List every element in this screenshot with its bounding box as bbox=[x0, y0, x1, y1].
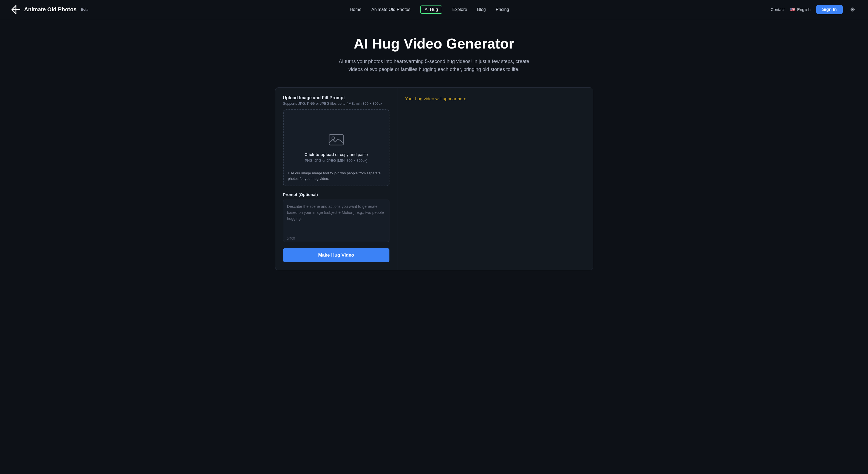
upload-click-strong: Click to upload bbox=[304, 152, 334, 157]
merge-note-prefix: Use our bbox=[288, 171, 301, 175]
tool-panel: Upload Image and Fill Prompt Supports JP… bbox=[275, 88, 593, 270]
signin-button[interactable]: Sign In bbox=[816, 5, 843, 14]
nav-explore[interactable]: Explore bbox=[452, 7, 467, 12]
upload-click-text: Click to upload or copy and paste bbox=[304, 152, 368, 157]
prompt-textarea[interactable] bbox=[283, 199, 390, 242]
prompt-label: Prompt (Optional) bbox=[283, 192, 390, 197]
flag-icon: 🇺🇸 bbox=[790, 7, 795, 12]
header-right: Contact 🇺🇸 English Sign In ☀ bbox=[771, 5, 857, 14]
prompt-textarea-wrapper: 0/400 bbox=[283, 199, 390, 243]
video-placeholder-text: Your hug video will appear here. bbox=[405, 96, 468, 101]
left-panel: Upload Image and Fill Prompt Supports JP… bbox=[275, 88, 397, 270]
upload-click-suffix: or copy and paste bbox=[334, 152, 368, 157]
upload-sublabel: Supports JPG, PNG or JPEG files up to 4M… bbox=[283, 101, 390, 105]
upload-label: Upload Image and Fill Prompt bbox=[283, 95, 390, 100]
logo-area[interactable]: Animate Old Photos Beta bbox=[11, 5, 88, 14]
logo-beta: Beta bbox=[81, 7, 88, 11]
char-count: 0/400 bbox=[287, 236, 295, 241]
main-nav: Home Animate Old Photos AI Hug Explore B… bbox=[350, 5, 509, 14]
svg-rect-5 bbox=[329, 135, 343, 145]
contact-link[interactable]: Contact bbox=[771, 7, 785, 12]
nav-pricing[interactable]: Pricing bbox=[496, 7, 509, 12]
svg-point-6 bbox=[332, 137, 335, 139]
logo-icon bbox=[11, 5, 21, 14]
upload-dropzone[interactable]: Click to upload or copy and paste PNG, J… bbox=[283, 109, 390, 186]
language-label: English bbox=[797, 7, 810, 12]
page-subtitle: AI turns your photos into heartwarming 5… bbox=[338, 58, 530, 74]
upload-format-text: PNG, JPG or JPEG (MIN. 300 × 300px) bbox=[305, 158, 368, 163]
upload-merge-note: Use our image merge tool to join two peo… bbox=[288, 170, 384, 181]
page-title: AI Hug Video Generator bbox=[275, 36, 593, 52]
language-selector[interactable]: 🇺🇸 English bbox=[790, 7, 810, 12]
logo-title: Animate Old Photos bbox=[24, 6, 76, 12]
right-panel: Your hug video will appear here. bbox=[397, 88, 593, 270]
theme-toggle-button[interactable]: ☀ bbox=[848, 5, 857, 14]
make-video-button[interactable]: Make Hug Video bbox=[283, 248, 390, 262]
svg-rect-2 bbox=[11, 9, 20, 10]
nav-aihug[interactable]: AI Hug bbox=[420, 5, 442, 14]
upload-image-icon bbox=[329, 133, 344, 148]
nav-animate[interactable]: Animate Old Photos bbox=[371, 7, 410, 12]
header: Animate Old Photos Beta Home Animate Old… bbox=[0, 0, 868, 19]
nav-home[interactable]: Home bbox=[350, 7, 362, 12]
merge-link[interactable]: image merge bbox=[301, 171, 322, 175]
main-content: AI Hug Video Generator AI turns your pho… bbox=[270, 19, 599, 281]
nav-blog[interactable]: Blog bbox=[477, 7, 486, 12]
